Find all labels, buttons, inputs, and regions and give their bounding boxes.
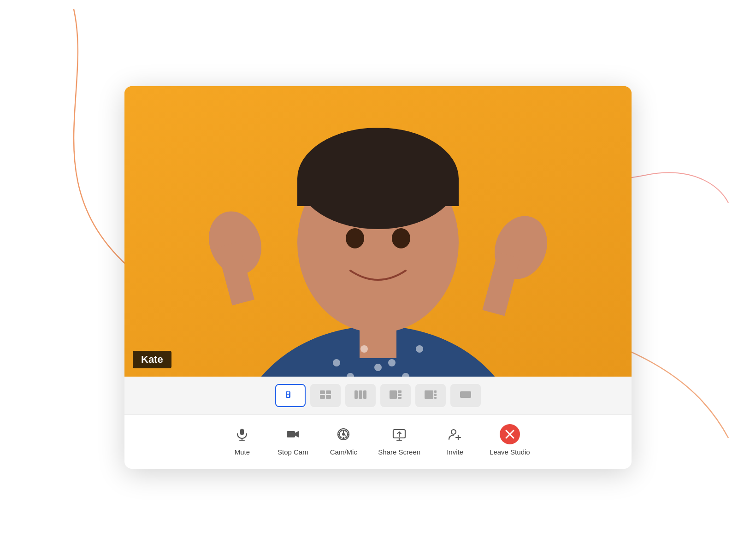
svg-rect-32 — [425, 390, 433, 399]
share-screen-label: Share Screen — [378, 448, 420, 456]
svg-rect-29 — [398, 390, 402, 393]
layout-btn-grid3[interactable] — [345, 384, 376, 407]
presentation-icon — [424, 390, 437, 402]
minimal-icon — [459, 390, 472, 402]
grid3-icon — [354, 390, 367, 402]
stop-cam-button[interactable]: Stop Cam — [277, 424, 309, 456]
invite-icon — [445, 424, 465, 444]
controls-bar: Mute Stop Cam — [124, 415, 632, 469]
svg-rect-22 — [326, 390, 331, 394]
video-area: Kate — [124, 86, 632, 377]
stop-cam-label: Stop Cam — [278, 448, 308, 456]
svg-rect-24 — [326, 395, 331, 399]
participant-video — [124, 86, 632, 377]
svg-rect-35 — [434, 397, 437, 399]
leave-studio-label: Leave Studio — [490, 448, 530, 456]
grid2-icon — [319, 390, 332, 402]
svg-point-16 — [374, 364, 382, 371]
svg-point-19 — [287, 391, 289, 394]
share-screen-button[interactable]: Share Screen — [378, 424, 420, 456]
video-background — [124, 86, 632, 377]
cam-mic-label: Cam/Mic — [330, 448, 357, 456]
layout-btn-grid2[interactable] — [310, 384, 341, 407]
layout-btn-single[interactable] — [275, 384, 306, 407]
layout-selector — [124, 377, 632, 415]
single-view-icon — [284, 390, 297, 402]
svg-rect-34 — [434, 394, 437, 396]
svg-point-12 — [360, 345, 368, 353]
svg-rect-37 — [240, 429, 244, 435]
svg-rect-3 — [297, 178, 459, 206]
svg-rect-8 — [482, 252, 520, 316]
svg-rect-31 — [398, 397, 402, 399]
svg-rect-30 — [398, 394, 402, 396]
leave-studio-icon — [500, 424, 520, 444]
layout-btn-minimal[interactable] — [450, 384, 481, 407]
svg-rect-27 — [363, 390, 366, 399]
layout-btn-sidebar[interactable] — [380, 384, 411, 407]
svg-rect-20 — [287, 395, 289, 397]
svg-rect-33 — [434, 390, 437, 393]
svg-rect-23 — [320, 395, 325, 399]
invite-label: Invite — [447, 448, 463, 456]
app-window: Kate — [124, 86, 632, 469]
participant-name-label: Kate — [133, 351, 171, 368]
invite-button[interactable]: Invite — [439, 424, 471, 456]
cam-mic-icon — [333, 424, 354, 444]
svg-rect-4 — [360, 321, 396, 358]
mute-icon — [232, 424, 252, 444]
cam-mic-button[interactable]: Cam/Mic — [327, 424, 360, 456]
svg-point-9 — [346, 228, 364, 248]
svg-rect-26 — [359, 390, 362, 399]
svg-point-14 — [416, 345, 423, 353]
leave-studio-button[interactable]: Leave Studio — [490, 424, 530, 456]
mute-label: Mute — [235, 448, 250, 456]
svg-rect-28 — [390, 390, 397, 399]
svg-rect-25 — [354, 390, 358, 399]
mute-button[interactable]: Mute — [226, 424, 258, 456]
svg-point-10 — [392, 228, 410, 248]
svg-point-47 — [451, 430, 456, 434]
svg-rect-21 — [320, 390, 325, 394]
sidebar-icon — [389, 390, 402, 402]
stop-cam-icon — [283, 424, 303, 444]
svg-rect-40 — [287, 431, 295, 437]
svg-point-13 — [388, 359, 396, 366]
svg-point-42 — [342, 433, 345, 436]
share-screen-icon — [389, 424, 409, 444]
svg-rect-36 — [460, 391, 471, 398]
svg-point-11 — [333, 359, 340, 366]
layout-btn-presentation[interactable] — [415, 384, 446, 407]
